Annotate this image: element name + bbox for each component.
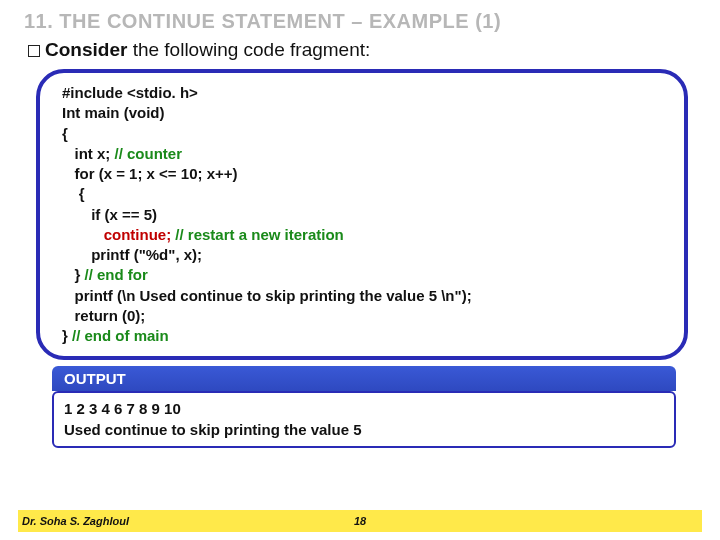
code-keyword-continue: continue;	[62, 226, 175, 243]
code-line: printf ("%d", x);	[62, 246, 202, 263]
page-number: 18	[354, 515, 366, 527]
code-comment: // counter	[115, 145, 183, 162]
slide-title: 11. THE CONTINUE STATEMENT – EXAMPLE (1)	[24, 10, 696, 33]
consider-line: Consider the following code fragment:	[28, 39, 696, 61]
consider-bold: Consider	[45, 39, 127, 60]
output-box: 1 2 3 4 6 7 8 9 10 Used continue to skip…	[52, 391, 676, 448]
code-box: #include <stdio. h> Int main (void) { in…	[36, 69, 688, 360]
code-line: #include <stdio. h>	[62, 84, 198, 101]
output-line: 1 2 3 4 6 7 8 9 10	[64, 400, 181, 417]
code-comment: // end of main	[72, 327, 169, 344]
consider-rest: the following code fragment:	[127, 39, 370, 60]
footer-bar: Dr. Soha S. Zaghloul 18	[18, 510, 702, 532]
code-line: Int main (void)	[62, 104, 165, 121]
code-line: return (0);	[62, 307, 145, 324]
code-line: for (x = 1; x <= 10; x++)	[62, 165, 238, 182]
code-comment: // end for	[85, 266, 148, 283]
output-label: OUTPUT	[52, 366, 676, 391]
code-line: printf (\n Used continue to skip printin…	[62, 287, 472, 304]
code-comment: // restart a new iteration	[175, 226, 343, 243]
code-line: {	[62, 125, 68, 142]
bullet-box-icon	[28, 45, 40, 57]
output-line: Used continue to skip printing the value…	[64, 421, 362, 438]
code-line: if (x == 5)	[62, 206, 157, 223]
slide: 11. THE CONTINUE STATEMENT – EXAMPLE (1)…	[0, 0, 720, 540]
author-name: Dr. Soha S. Zaghloul	[22, 515, 129, 527]
code-line: {	[62, 185, 85, 202]
code-line: }	[62, 327, 72, 344]
code-line: int x;	[62, 145, 115, 162]
code-line: }	[62, 266, 85, 283]
